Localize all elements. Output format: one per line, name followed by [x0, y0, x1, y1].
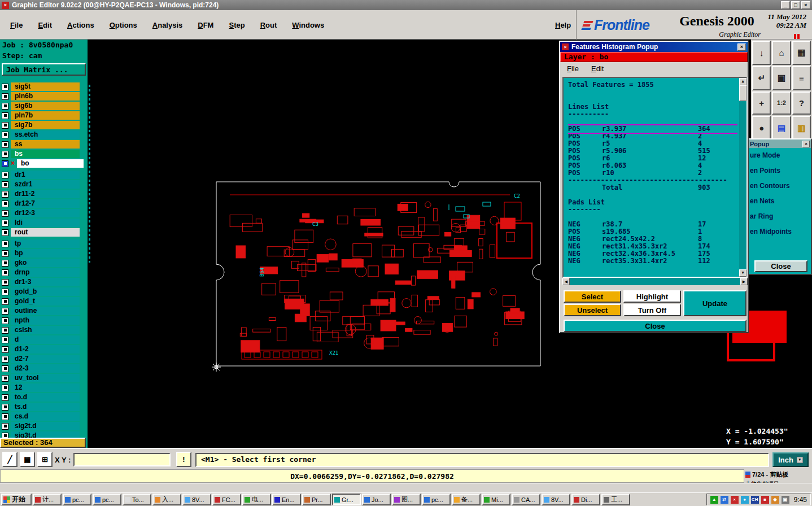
layer-row[interactable]: ts.d: [0, 403, 86, 411]
menu-edit[interactable]: Edit: [38, 21, 52, 29]
layer-row[interactable]: d2-3: [0, 364, 86, 373]
layer-checkbox[interactable]: [2, 200, 8, 207]
layer-button[interactable]: gold_b: [11, 287, 80, 296]
layer-checkbox[interactable]: [2, 269, 8, 276]
alert-button[interactable]: !: [176, 452, 191, 467]
tile-windows-icon[interactable]: ▦: [792, 41, 811, 65]
popup-item[interactable]: en Points: [748, 163, 811, 178]
layer-row[interactable]: sig2t.d: [0, 422, 86, 430]
menu-options[interactable]: Options: [110, 21, 137, 29]
job-matrix-button[interactable]: Job Matrix ...: [2, 63, 86, 76]
tray-app5-icon[interactable]: ■: [761, 496, 769, 504]
layer-row[interactable]: dr12-7: [0, 199, 86, 208]
layer-checkbox[interactable]: [2, 375, 8, 382]
layer-button[interactable]: bp: [11, 249, 80, 258]
layer-checkbox[interactable]: [2, 346, 8, 353]
capture-icon[interactable]: ↓: [752, 41, 771, 65]
layer-checkbox[interactable]: [2, 241, 8, 247]
tray-app7-icon[interactable]: ▣: [782, 496, 789, 504]
grid-gold-icon[interactable]: ▥: [792, 116, 811, 140]
layer-checkbox[interactable]: [2, 103, 8, 110]
layer-button[interactable]: ss.etch: [11, 130, 80, 139]
layer-checkbox[interactable]: [2, 279, 8, 286]
layer-checkbox[interactable]: [2, 394, 8, 401]
draw-mode-icon[interactable]: ╱: [2, 452, 18, 467]
layer-checkbox[interactable]: [2, 122, 8, 129]
layer-checkbox[interactable]: [2, 289, 8, 295]
layer-button[interactable]: szdr1: [11, 180, 80, 189]
xy-input[interactable]: [73, 453, 171, 466]
layer-row[interactable]: cslsh: [0, 326, 86, 334]
layer-button[interactable]: gko: [11, 259, 80, 267]
menu-analysis[interactable]: Analysis: [152, 21, 182, 29]
taskbar-button[interactable]: 图...: [392, 494, 421, 505]
layer-button[interactable]: uv_tool: [11, 374, 80, 382]
menu-windows[interactable]: Windows: [292, 21, 324, 29]
taskbar-button[interactable]: Di...: [571, 494, 600, 505]
dialog-menu-file[interactable]: File: [567, 64, 579, 73]
layer-button[interactable]: dr12-7: [11, 199, 80, 208]
scroll-up-icon[interactable]: ▲: [739, 78, 746, 85]
panel-icon[interactable]: ▣: [772, 66, 791, 90]
layer-checkbox[interactable]: [2, 181, 8, 188]
layer-button[interactable]: ldi: [11, 219, 80, 227]
layer-row[interactable]: bp: [0, 249, 86, 258]
popup-item[interactable]: en Nets: [748, 194, 811, 209]
layer-row[interactable]: ss.etch: [0, 130, 86, 139]
layer-checkbox[interactable]: [2, 365, 8, 372]
layer-button[interactable]: drnp: [11, 268, 80, 277]
layer-row[interactable]: dr11-2: [0, 190, 86, 198]
layer-button[interactable]: d1-2: [11, 345, 80, 354]
dialog-menu-edit[interactable]: Edit: [591, 64, 604, 73]
popup-item[interactable]: en Contours: [748, 178, 811, 194]
menu-step[interactable]: Step: [229, 21, 245, 29]
layer-button[interactable]: sig2t.d: [11, 422, 80, 430]
taskbar-button[interactable]: Mi...: [482, 494, 510, 505]
taskbar-button[interactable]: To...: [123, 494, 151, 505]
layer-checkbox[interactable]: [2, 151, 8, 158]
layer-row[interactable]: 12: [0, 383, 86, 392]
side-popup-close-icon[interactable]: ×: [802, 141, 810, 147]
layer-row[interactable]: bs: [0, 150, 86, 158]
tray-app6-icon[interactable]: ◆: [771, 496, 779, 504]
menu-dfm[interactable]: DFM: [198, 21, 213, 29]
dialog-close-icon[interactable]: ×: [737, 43, 746, 51]
layer-checkbox[interactable]: [2, 210, 8, 217]
taskbar-button[interactable]: Pr...: [302, 494, 331, 505]
update-button[interactable]: Update: [683, 290, 746, 316]
select-button[interactable]: Select: [564, 290, 621, 303]
layer-button[interactable]: d2-3: [11, 364, 80, 373]
layer-checkbox[interactable]: [2, 250, 8, 257]
menu-rout[interactable]: Rout: [260, 21, 277, 29]
snap-mode-icon[interactable]: ▦: [20, 452, 35, 467]
layer-row[interactable]: dr1-3: [0, 278, 86, 286]
histogram-horizontal-scrollbar[interactable]: ◀ ▶: [562, 278, 748, 285]
layer-button[interactable]: ts.d: [11, 403, 80, 411]
layer-row[interactable]: rout: [0, 228, 86, 237]
taskbar-button[interactable]: 入...: [152, 494, 181, 505]
layer-row[interactable]: sig5t: [0, 82, 86, 91]
layer-row[interactable]: gold_t: [0, 297, 86, 306]
taskbar-button[interactable]: FC...: [212, 494, 241, 505]
layer-button[interactable]: cs.d: [11, 412, 80, 421]
layer-checkbox[interactable]: [2, 191, 8, 198]
taskbar-button[interactable]: pc...: [422, 494, 451, 505]
layer-row[interactable]: ldi: [0, 219, 86, 227]
taskbar-button[interactable]: 电...: [242, 494, 271, 505]
histogram-row[interactable]: POSr612: [568, 155, 737, 162]
scroll-right-icon[interactable]: ▶: [740, 278, 748, 285]
pan-icon[interactable]: +: [752, 91, 771, 115]
layer-checkbox[interactable]: [2, 172, 8, 178]
menu-help[interactable]: Help: [555, 21, 571, 29]
histogram-row[interactable]: NEGrect35.3x31.4xr2112: [568, 258, 737, 265]
layer-checkbox[interactable]: [2, 404, 8, 411]
layer-row[interactable]: d1-2: [0, 345, 86, 354]
layer-button[interactable]: pln7b: [11, 111, 80, 120]
help-icon[interactable]: ?: [792, 91, 811, 115]
minimize-icon[interactable]: _: [781, 1, 790, 9]
return-icon[interactable]: ↵: [752, 66, 771, 90]
layer-checkbox[interactable]: [2, 423, 8, 430]
side-popup-titlebar[interactable]: Popup ×: [748, 139, 811, 148]
layer-row[interactable]: d: [0, 335, 86, 344]
histogram-row[interactable]: POSr54: [568, 140, 737, 147]
